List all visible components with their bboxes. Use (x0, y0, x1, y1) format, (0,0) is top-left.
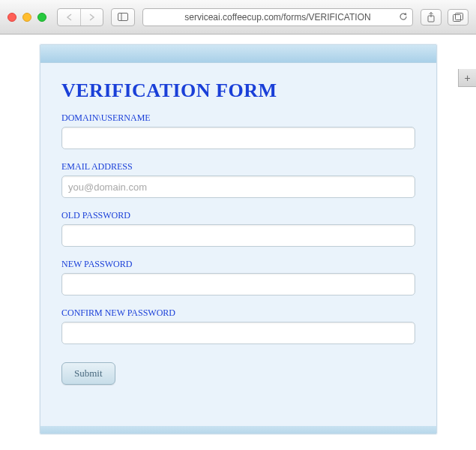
reload-icon (399, 12, 408, 21)
window-controls (7, 13, 46, 22)
input-domain-username[interactable] (61, 127, 415, 149)
label-confirm-password: CONFIRM NEW PASSWORD (61, 308, 415, 319)
reload-button[interactable] (399, 10, 408, 24)
svg-rect-4 (454, 14, 461, 21)
window-close-icon[interactable] (7, 13, 16, 22)
input-email[interactable] (61, 176, 415, 198)
field-email: EMAIL ADDRESS (61, 161, 415, 198)
nav-back-button[interactable] (58, 9, 80, 26)
share-icon (427, 12, 436, 22)
card-header-bar (40, 45, 436, 63)
label-domain-username: DOMAIN\USERNAME (61, 112, 415, 124)
sidebar-icon (118, 13, 128, 21)
share-button[interactable] (421, 9, 442, 26)
window-zoom-icon[interactable] (37, 13, 46, 22)
form-title: VERIFICATION FORM (61, 80, 436, 102)
chevron-left-icon (66, 14, 73, 21)
verification-form-card: VERIFICATION FORM DOMAIN\USERNAME EMAIL … (40, 44, 437, 434)
form-body: DOMAIN\USERNAME EMAIL ADDRESS OLD PASSWO… (40, 112, 436, 385)
toolbar-right-group (421, 9, 469, 26)
browser-toolbar: serviceai.coffeecup.com/forms/VERIFICATI… (0, 0, 476, 34)
sidebar-toggle-group (111, 8, 135, 26)
label-old-password: OLD PASSWORD (61, 210, 415, 221)
field-old-password: OLD PASSWORD (61, 210, 415, 247)
card-footer-bar (40, 426, 436, 434)
page-viewport: + VERIFICATION FORM DOMAIN\USERNAME EMAI… (0, 34, 476, 450)
field-new-password: NEW PASSWORD (61, 259, 415, 296)
chevron-right-icon (88, 14, 95, 21)
address-text: serviceai.coffeecup.com/forms/VERIFICATI… (184, 12, 370, 22)
plus-icon: + (464, 72, 470, 84)
label-new-password: NEW PASSWORD (61, 259, 415, 270)
input-confirm-password[interactable] (61, 322, 415, 344)
svg-rect-5 (456, 13, 463, 20)
nav-back-forward-group (57, 8, 103, 26)
tabs-icon (453, 13, 463, 22)
nav-forward-button[interactable] (80, 9, 103, 26)
tabs-overview-button[interactable] (448, 9, 469, 26)
input-old-password[interactable] (61, 224, 415, 247)
svg-rect-0 (118, 14, 128, 21)
window-minimize-icon[interactable] (22, 13, 31, 22)
field-domain-username: DOMAIN\USERNAME (61, 112, 415, 149)
new-tab-button[interactable]: + (458, 69, 476, 87)
field-confirm-password: CONFIRM NEW PASSWORD (61, 308, 415, 344)
sidebar-toggle-button[interactable] (112, 9, 134, 26)
submit-button[interactable]: Submit (61, 362, 115, 385)
label-email: EMAIL ADDRESS (61, 161, 415, 172)
address-bar[interactable]: serviceai.coffeecup.com/forms/VERIFICATI… (142, 8, 413, 26)
input-new-password[interactable] (61, 273, 415, 296)
